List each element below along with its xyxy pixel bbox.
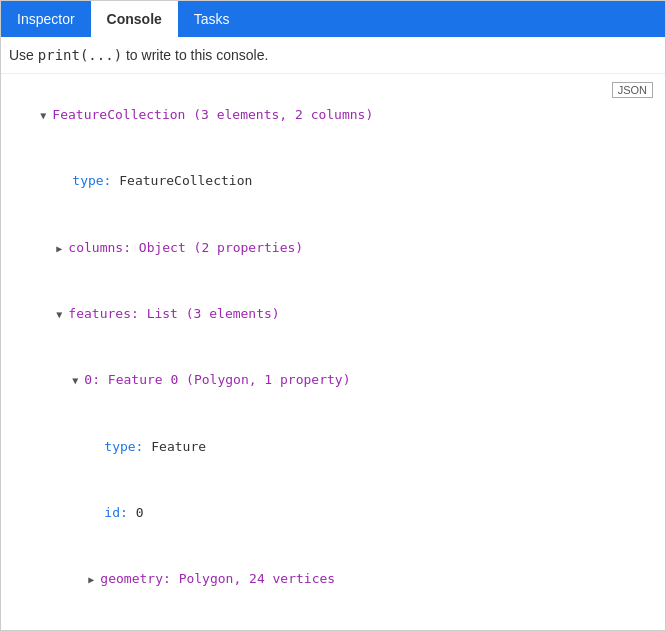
columns-label: columns: Object (2 properties) xyxy=(68,240,303,255)
tab-bar: Inspector Console Tasks xyxy=(1,1,665,37)
tab-tasks[interactable]: Tasks xyxy=(178,1,246,37)
tree-content: JSON FeatureCollection (3 elements, 2 co… xyxy=(1,74,665,631)
feature0-type: type: Feature xyxy=(73,413,657,479)
tab-inspector[interactable]: Inspector xyxy=(1,1,91,37)
root-toggle[interactable] xyxy=(40,107,52,122)
hint-code: print(...) xyxy=(38,47,122,63)
f0-type-key: type: xyxy=(104,439,151,454)
f0-id-key: id: xyxy=(104,505,135,520)
f0-type-val: Feature xyxy=(151,439,206,454)
root-type-key: type: xyxy=(72,173,119,188)
columns-toggle[interactable] xyxy=(56,240,68,255)
features-label: features: List (3 elements) xyxy=(68,306,279,321)
columns-node: columns: Object (2 properties) xyxy=(25,215,657,281)
hint-prefix: Use xyxy=(9,47,38,63)
feature0-properties: properties: Object (1 property) xyxy=(57,612,657,631)
root-label: FeatureCollection (3 elements, 2 columns… xyxy=(52,107,373,122)
f0-geo-label: geometry: Polygon, 24 vertices xyxy=(100,571,335,586)
root-type-val: FeatureCollection xyxy=(119,173,252,188)
feature0-node: 0: Feature 0 (Polygon, 1 property) xyxy=(41,347,657,413)
feature0-geometry: geometry: Polygon, 24 vertices xyxy=(57,546,657,612)
feature0-label: 0: Feature 0 (Polygon, 1 property) xyxy=(84,372,350,387)
json-button[interactable]: JSON xyxy=(612,82,653,98)
feature0-id: id: 0 xyxy=(73,480,657,546)
tab-console[interactable]: Console xyxy=(91,1,178,37)
feature0-toggle[interactable] xyxy=(72,372,84,387)
f0-geo-toggle[interactable] xyxy=(88,571,100,586)
console-hint: Use print(...) to write to this console. xyxy=(1,37,665,74)
root-node: FeatureCollection (3 elements, 2 columns… xyxy=(9,82,657,148)
features-node: features: List (3 elements) xyxy=(25,281,657,347)
features-toggle[interactable] xyxy=(56,306,68,321)
hint-suffix: to write to this console. xyxy=(122,47,268,63)
f0-id-val: 0 xyxy=(136,505,144,520)
root-type: type: FeatureCollection xyxy=(41,148,657,214)
